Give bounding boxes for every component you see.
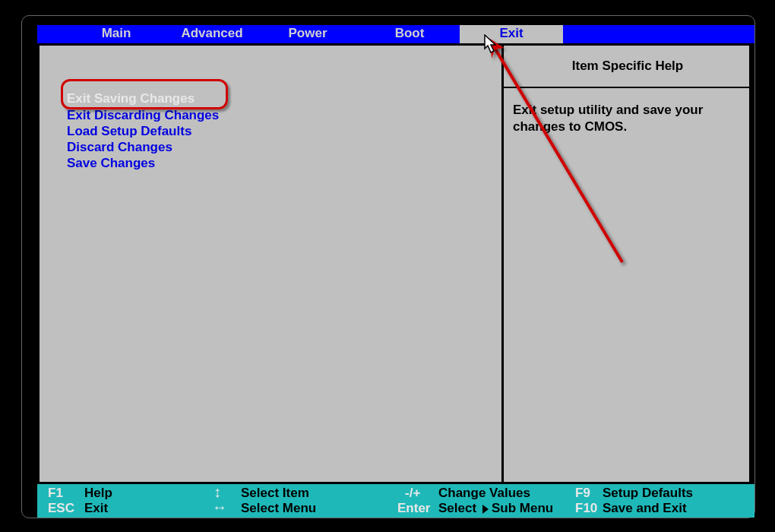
key-f1: F1	[48, 486, 63, 501]
label-change-values: Change Values	[438, 486, 530, 501]
bios-frame: MainAdvancedPowerBootExit Exit Saving Ch…	[21, 15, 755, 518]
menubar-tab-boot[interactable]: Boot	[372, 25, 448, 43]
key-enter: Enter	[397, 501, 430, 516]
exit-menu-pane: Exit Saving ChangesExit Discarding Chang…	[40, 46, 501, 482]
triangle-right-icon	[482, 505, 489, 514]
key-f9: F9	[575, 486, 590, 501]
label-sub-menu: Sub Menu	[492, 501, 553, 516]
label-save-and-exit: Save and Exit	[603, 501, 687, 516]
exit-menu-item-1[interactable]: Exit Discarding Changes	[67, 108, 219, 123]
label-exit: Exit	[84, 501, 108, 516]
help-title: Item Specific Help	[504, 46, 751, 88]
body-area: Exit Saving ChangesExit Discarding Chang…	[37, 43, 751, 484]
key-minus-plus: -/+	[405, 486, 420, 501]
label-help: Help	[84, 486, 112, 501]
footer-key-help: F1 Help ↕ Select Item -/+ Change Values …	[37, 484, 754, 518]
menubar-tab-power[interactable]: Power	[270, 25, 346, 43]
help-pane: Item Specific Help Exit setup utility an…	[501, 46, 751, 482]
key-esc: ESC	[48, 501, 74, 516]
menubar-tab-exit[interactable]: Exit	[460, 25, 563, 43]
menubar: MainAdvancedPowerBootExit	[37, 25, 754, 43]
label-setup-defaults: Setup Defaults	[603, 486, 693, 501]
label-select: Select	[438, 501, 476, 516]
key-f10: F10	[575, 501, 597, 516]
menubar-tab-main[interactable]: Main	[78, 25, 154, 43]
label-select-item: Select Item	[241, 486, 309, 501]
label-select-menu: Select Menu	[241, 501, 316, 516]
menubar-tab-advanced[interactable]: Advanced	[166, 25, 258, 43]
exit-menu-item-3[interactable]: Discard Changes	[67, 140, 172, 155]
leftright-icon: ↔	[212, 499, 227, 515]
updown-icon: ↕	[214, 484, 221, 499]
exit-menu-item-2[interactable]: Load Setup Defaults	[67, 124, 191, 139]
exit-menu-item-4[interactable]: Save Changes	[67, 156, 155, 171]
exit-menu-item-0[interactable]: Exit Saving Changes	[67, 91, 195, 106]
help-text: Exit setup utility and save your changes…	[513, 102, 742, 135]
